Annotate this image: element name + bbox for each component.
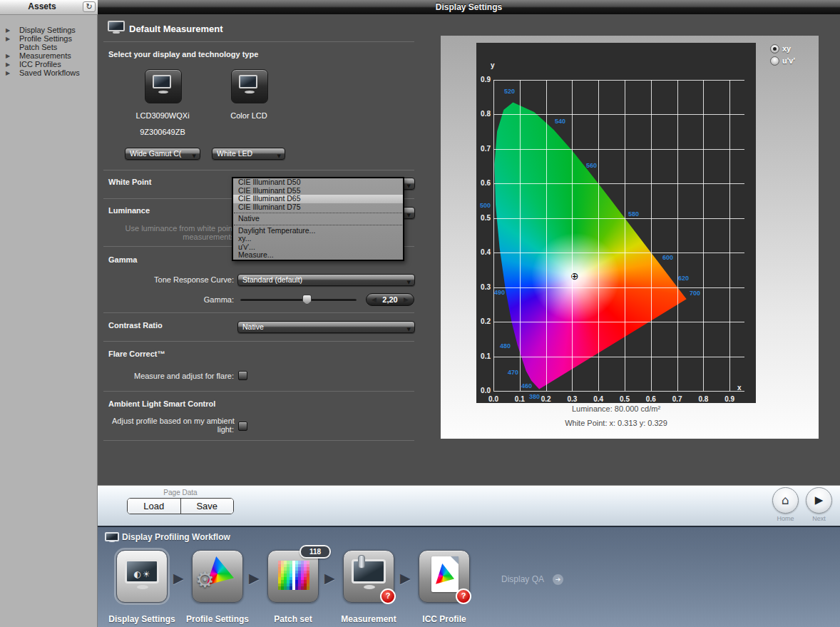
chromaticity-panel: xy u'v' y x ⊕ 0.00.10.20.30.40.50.60.70.… — [441, 36, 819, 439]
gamma-stepper[interactable]: ◀ 2,20 ▶ — [366, 293, 414, 306]
menu-item[interactable]: Measure... — [233, 251, 403, 260]
workflow-arrow-icon: ▶ — [249, 570, 260, 586]
assets-header: Assets ↻ — [0, 0, 98, 15]
play-icon: ▶ — [815, 494, 824, 506]
workflow-step-display-settings[interactable]: ◐☀ — [116, 550, 168, 603]
monitor-icon — [153, 75, 171, 88]
grid-line — [572, 80, 573, 392]
trc-label: Tone Response Curve: — [112, 275, 234, 284]
workflow-arrow-icon: ▶ — [324, 570, 335, 586]
home-button[interactable]: ⌂ — [772, 487, 799, 514]
contrast-ratio-dropdown[interactable]: Native ▼ — [237, 321, 415, 333]
x-tick-label: 0.8 — [695, 395, 712, 403]
sidebar-item-patch-sets[interactable]: Patch Sets — [0, 43, 98, 51]
color-gamut-icon — [435, 564, 454, 585]
workflow-step-profile-settings[interactable]: ⚙ — [192, 550, 243, 603]
grid-line — [493, 391, 744, 392]
chevron-down-icon: ▼ — [193, 151, 196, 160]
menu-item[interactable]: CIE Illuminant D75 — [233, 203, 403, 212]
wavelength-label: 380 — [529, 393, 540, 400]
refresh-icon[interactable]: ↻ — [83, 1, 96, 12]
flare-checkbox[interactable] — [238, 371, 247, 380]
sidebar-item-icc-profiles[interactable]: ▶ ICC Profiles — [0, 60, 98, 68]
display-button-lcd3090[interactable] — [145, 69, 182, 103]
stepper-left-icon[interactable]: ◀ — [372, 294, 377, 305]
select-display-prompt: Select your display and technology type — [108, 50, 258, 58]
chevron-down-icon: ▼ — [407, 277, 411, 286]
monitor-icon — [352, 559, 386, 583]
page-data-label: Page Data — [127, 489, 234, 496]
flare-correct-label: Flare Correct™ — [108, 350, 165, 358]
backlight-type-dropdown[interactable]: White LED ▼ — [212, 148, 285, 160]
grid-line — [493, 287, 744, 288]
radio-icon[interactable] — [770, 56, 779, 66]
grid-line — [677, 80, 678, 392]
x-tick-label: 0.0 — [485, 395, 502, 403]
home-button-label: Home — [772, 515, 799, 522]
workflow-step-label: Measurement — [329, 614, 408, 624]
y-tick-label: 0.9 — [476, 76, 491, 83]
expand-arrow-icon[interactable]: ▶ — [6, 69, 10, 78]
grid-line — [651, 80, 652, 392]
ambient-checkbox[interactable] — [238, 422, 247, 431]
gamut-type-dropdown[interactable]: Wide Gamut C( ▼ — [125, 148, 200, 160]
workflow-step-measurement[interactable]: ? — [343, 550, 394, 603]
workflow-arrow-icon: ▶ — [173, 570, 184, 586]
y-tick-label: 0.8 — [476, 110, 491, 118]
flare-checkbox-label: Measure and adjust for flare: — [112, 372, 234, 380]
menu-item[interactable]: Native — [233, 215, 403, 223]
radio-selected-icon[interactable] — [770, 44, 779, 53]
sidebar-item-measurements[interactable]: ▶ Measurements — [0, 51, 98, 60]
workflow-step-icc-profile[interactable]: ? — [419, 550, 470, 603]
chevron-down-icon: ▼ — [407, 181, 411, 190]
cie-horseshoe — [493, 62, 743, 391]
menu-item[interactable]: CIE Illuminant D50 — [233, 178, 403, 187]
chromaticity-plot: y x ⊕ 0.00.10.20.30.40.50.60.70.80.90.00… — [476, 43, 756, 403]
x-tick-label: 0.6 — [642, 395, 660, 403]
luminance-hint: Use luminance from white point measureme… — [112, 224, 235, 241]
y-tick-label: 0.5 — [476, 214, 491, 222]
gamma-slider-thumb[interactable] — [302, 295, 312, 305]
load-button[interactable]: Load — [128, 499, 181, 514]
sidebar-item-profile-settings[interactable]: ▶ Profile Settings — [0, 34, 98, 43]
next-button[interactable]: ▶ — [806, 487, 832, 514]
alert-question-badge: ? — [380, 588, 396, 604]
footer-bar: Page Data Load Save ⌂ Home ▶ Next — [98, 485, 840, 526]
sidebar-item-saved-workflows[interactable]: ▶ Saved Workflows — [0, 68, 98, 77]
divider — [103, 391, 414, 392]
wavelength-label: 580 — [628, 210, 639, 218]
menu-item[interactable]: xy... — [233, 235, 403, 243]
wavelength-label: 500 — [480, 202, 491, 209]
sidebar-item-display-settings[interactable]: ▶ Display Settings — [0, 26, 98, 34]
alert-question-badge: ? — [456, 588, 471, 604]
gamma-label: Gamma: — [112, 295, 234, 304]
wavelength-label: 700 — [690, 290, 700, 297]
y-tick-label: 0.4 — [476, 248, 491, 256]
divider — [103, 41, 414, 42]
menu-item[interactable]: Daylight Temperature... — [233, 227, 403, 235]
workflow-step-patch-set[interactable]: 118 — [267, 550, 319, 603]
trc-dropdown[interactable]: Standard (default) ▼ — [237, 274, 415, 286]
grid-line — [493, 149, 744, 150]
luminance-readout: Luminance: 80.000 cd/m² — [476, 404, 756, 413]
window-title: Display Settings — [98, 0, 840, 14]
monitor-icon — [239, 75, 257, 88]
y-tick-label: 0.6 — [476, 179, 491, 187]
grid-line — [493, 253, 744, 253]
gamma-slider[interactable] — [240, 299, 357, 302]
grid-line — [493, 80, 744, 81]
x-tick-label: 0.2 — [538, 395, 555, 403]
assets-tree: ▶ Display Settings ▶ Profile Settings Pa… — [0, 26, 98, 77]
white-point-label: White Point — [108, 178, 152, 186]
display-qa-link[interactable]: Display QA ➔ — [501, 574, 544, 584]
save-button[interactable]: Save — [181, 499, 234, 514]
workflow-title: Display Profiling Workflow — [122, 532, 230, 542]
assets-title: Assets — [0, 1, 84, 11]
color-patches-icon — [278, 561, 309, 590]
stepper-right-icon[interactable]: ▶ — [404, 294, 409, 305]
menu-item-selected[interactable]: CIE Illuminant D65 — [233, 195, 403, 203]
contrast-ratio-label: Contrast Ratio — [108, 321, 163, 330]
display-button-color-lcd[interactable] — [231, 69, 268, 103]
grid-line — [493, 80, 494, 392]
grid-line — [598, 80, 599, 392]
